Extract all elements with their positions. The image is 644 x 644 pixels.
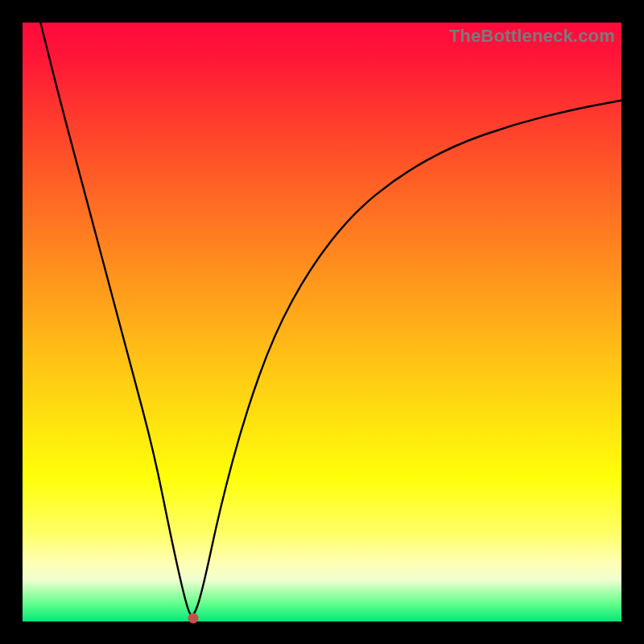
chart-frame: TheBottleneck.com: [0, 0, 644, 644]
curve-path: [40, 23, 621, 615]
plot-area: TheBottleneck.com: [23, 23, 621, 621]
minimum-marker: [188, 613, 199, 624]
bottleneck-curve: [23, 23, 621, 621]
